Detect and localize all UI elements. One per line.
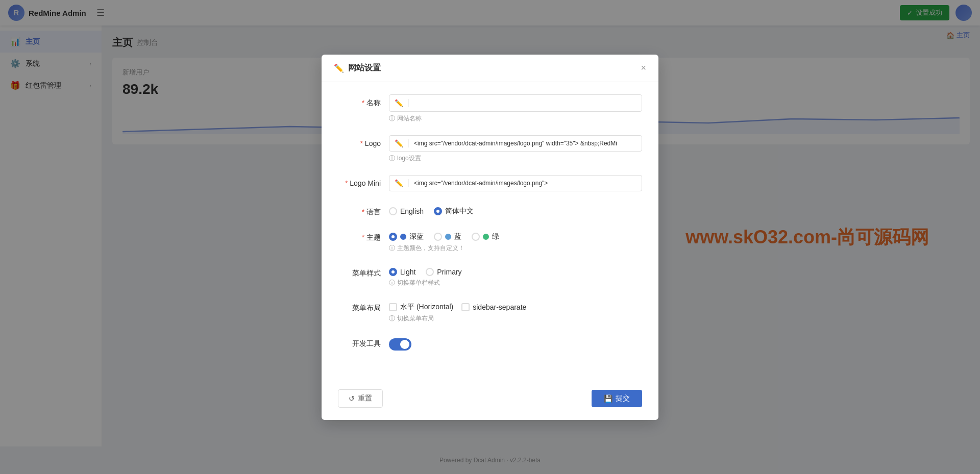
radio-primary [426,268,434,276]
info-icon-menu-layout: ⓘ [389,314,395,323]
logo-mini-input-wrapper: ✏️ [389,175,642,191]
theme-dark-blue-dot [400,234,406,240]
control-menu-layout: 水平 (Horizontal) sidebar-separate ⓘ 切换菜单布… [389,300,642,323]
label-dev-tools: 开发工具 [338,335,389,348]
control-name: ✏️ ⓘ 网站名称 [389,94,642,123]
menu-style-light[interactable]: Light [389,268,415,276]
form-row-name: 名称 ✏️ ⓘ 网站名称 [338,94,642,123]
dev-tools-toggle[interactable] [389,338,411,351]
label-logo-mini: Logo Mini [338,175,389,187]
label-logo: Logo [338,135,389,147]
control-language: English 简体中文 [389,204,642,216]
name-hint: ⓘ 网站名称 [389,114,642,123]
dev-tools-toggle-wrap [389,335,642,353]
layout-horizontal[interactable]: 水平 (Horizontal) [389,303,453,312]
menu-style-hint: ⓘ 切换菜单栏样式 [389,279,642,287]
radio-light [389,268,397,276]
menu-layout-hint: ⓘ 切换菜单布局 [389,314,642,323]
info-icon-menu-style: ⓘ [389,279,395,287]
name-edit-icon: ✏️ [389,99,409,107]
control-menu-style: Light Primary ⓘ 切换菜单栏样式 [389,265,642,287]
label-theme: 主题 [338,229,389,242]
control-logo: ✏️ ⓘ logo设置 [389,135,642,163]
radio-blue [434,233,442,241]
layout-sidebar-separate[interactable]: sidebar-separate [461,303,526,311]
label-menu-style: 菜单样式 [338,265,389,278]
label-name: 名称 [338,94,389,108]
theme-green[interactable]: 绿 [472,232,499,241]
radio-dark-blue [389,233,397,241]
theme-radio-group: 深蓝 蓝 绿 [389,229,642,241]
form-row-menu-layout: 菜单布局 水平 (Horizontal) sidebar-separate [338,300,642,323]
radio-chinese [434,207,442,215]
info-icon: ⓘ [389,114,395,123]
modal-overlay: ✏️ 网站设置 × 名称 ✏️ ⓘ 网站名称 [0,0,980,474]
menu-style-primary[interactable]: Primary [426,268,461,276]
radio-english [389,207,397,215]
menu-style-radio-group: Light Primary [389,265,642,276]
info-icon-theme: ⓘ [389,244,395,253]
form-row-language: 语言 English 简体中文 [338,204,642,217]
theme-blue[interactable]: 蓝 [434,232,461,241]
form-row-dev-tools: 开发工具 [338,335,642,353]
checkbox-horizontal [389,303,397,311]
language-chinese[interactable]: 简体中文 [434,207,474,216]
settings-modal: ✏️ 网站设置 × 名称 ✏️ ⓘ 网站名称 [322,55,658,420]
theme-blue-dot [445,234,451,240]
control-theme: 深蓝 蓝 绿 ⓘ [389,229,642,253]
submit-button[interactable]: 💾 提交 [592,390,642,407]
language-english[interactable]: English [389,207,424,215]
reset-icon: ↺ [349,394,355,403]
theme-hint: ⓘ 主题颜色，支持自定义！ [389,244,642,253]
logo-mini-edit-icon: ✏️ [389,179,409,187]
logo-edit-icon: ✏️ [389,139,409,147]
form-row-logo-mini: Logo Mini ✏️ [338,175,642,191]
form-row-logo: Logo ✏️ ⓘ logo设置 [338,135,642,163]
modal-body: 名称 ✏️ ⓘ 网站名称 Logo [322,82,658,377]
control-logo-mini: ✏️ [389,175,642,191]
modal-close-button[interactable]: × [641,63,646,73]
label-language: 语言 [338,204,389,217]
info-icon-logo: ⓘ [389,154,395,163]
name-input[interactable] [409,95,642,111]
theme-green-dot [483,234,489,240]
checkbox-sidebar-separate [461,303,470,311]
control-dev-tools [389,335,642,353]
form-row-theme: 主题 深蓝 蓝 [338,229,642,253]
menu-layout-checkbox-group: 水平 (Horizontal) sidebar-separate [389,300,642,312]
name-input-wrapper: ✏️ [389,94,642,112]
modal-title: ✏️ 网站设置 [334,63,381,73]
theme-dark-blue[interactable]: 深蓝 [389,232,424,241]
modal-header: ✏️ 网站设置 × [322,55,658,82]
edit-icon: ✏️ [334,63,344,73]
logo-hint: ⓘ logo设置 [389,154,642,163]
modal-footer: ↺ 重置 💾 提交 [322,381,658,420]
save-icon: 💾 [604,394,612,403]
logo-mini-input[interactable] [409,176,642,191]
radio-green [472,233,480,241]
form-row-menu-style: 菜单样式 Light Primary ⓘ [338,265,642,287]
label-menu-layout: 菜单布局 [338,300,389,313]
logo-input-wrapper: ✏️ [389,135,642,152]
reset-button[interactable]: ↺ 重置 [338,389,383,408]
language-radio-group: English 简体中文 [389,204,642,216]
logo-input[interactable] [409,136,642,151]
